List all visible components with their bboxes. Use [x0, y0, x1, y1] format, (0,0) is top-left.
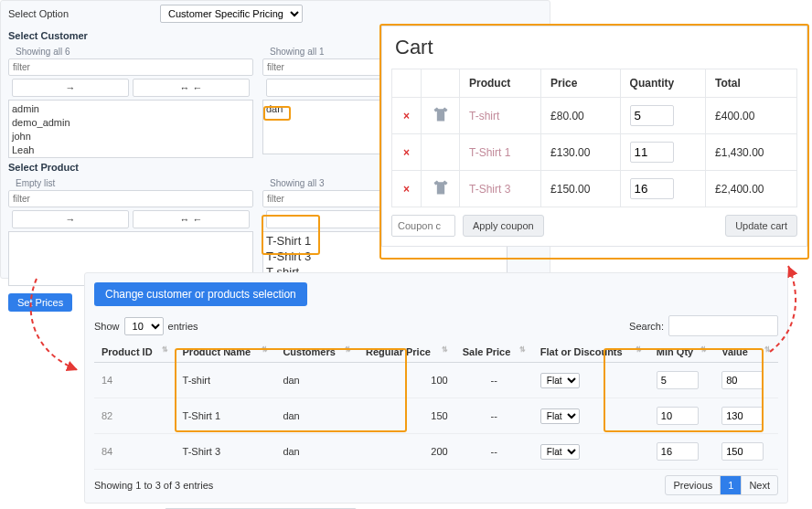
showing-all-6: Showing all 6: [8, 45, 253, 58]
col-id[interactable]: Product ID⇅: [94, 342, 176, 363]
sort-icon: ⇅: [262, 346, 268, 354]
name-cell: T-Shirt 3: [176, 434, 276, 470]
sort-icon: ⇅: [764, 346, 771, 354]
remove-icon[interactable]: ×: [392, 134, 422, 171]
cust-cell: dan: [275, 434, 358, 470]
table-row: 14T-shirtdan100--Flat: [94, 363, 778, 398]
col-cust[interactable]: Customers⇅: [275, 342, 358, 363]
list-item[interactable]: demo_admin: [12, 116, 250, 130]
list-item[interactable]: john: [12, 130, 250, 143]
set-prices-button[interactable]: Set Prices: [8, 293, 72, 312]
min-cell: [649, 363, 714, 398]
reg-cell: 150: [358, 398, 455, 434]
val-cell: [714, 398, 778, 434]
val-cell: [714, 434, 778, 470]
flat-cell: Flat: [533, 434, 649, 470]
reg-cell: 200: [358, 434, 455, 470]
list-item[interactable]: T-Shirt 3: [266, 249, 504, 265]
flat-select[interactable]: Flat: [540, 408, 580, 424]
page-1-button[interactable]: 1: [721, 476, 742, 494]
price-cell: £150.00: [541, 171, 620, 207]
cust-cell: dan: [275, 398, 358, 434]
option-select[interactable]: Customer Specific Pricing: [160, 5, 303, 23]
product-link[interactable]: T-shirt: [460, 98, 541, 134]
move-swap-icon[interactable]: ↔ ←: [133, 79, 250, 97]
list-item[interactable]: Minato: [12, 156, 250, 158]
change-selection-button[interactable]: Change customer or products selection: [94, 282, 307, 306]
flat-cell: Flat: [533, 398, 649, 434]
next-page-button[interactable]: Next: [742, 476, 777, 494]
customer-filter-left[interactable]: [8, 58, 253, 76]
apply-coupon-button[interactable]: Apply coupon: [463, 215, 544, 237]
col-price: Price: [541, 69, 620, 98]
val-input[interactable]: [721, 442, 764, 461]
cart-row: ×T-shirt£80.00£400.00: [392, 98, 797, 134]
flat-cell: Flat: [533, 363, 649, 398]
reg-cell: 100: [358, 363, 455, 398]
product-filter-left[interactable]: [8, 190, 253, 207]
min-input[interactable]: [657, 407, 699, 425]
col-sale[interactable]: Sale Price⇅: [455, 342, 533, 363]
search-input[interactable]: [668, 315, 778, 336]
sort-icon: ⇅: [345, 346, 351, 354]
search-label: Search:: [629, 321, 664, 332]
move-right-icon[interactable]: →: [12, 79, 129, 97]
product-image: [422, 134, 460, 171]
sort-icon: ⇅: [636, 346, 642, 354]
cart-row: ×T-Shirt 1£130.00£1,430.00: [392, 134, 797, 171]
move-swap-icon[interactable]: ↔ ←: [133, 210, 250, 228]
remove-icon[interactable]: ×: [392, 171, 422, 207]
entries-label: entries: [168, 321, 198, 332]
entries-select[interactable]: 10: [124, 317, 164, 335]
qty-input[interactable]: [630, 142, 674, 163]
total-cell: £1,430.00: [706, 134, 797, 171]
coupon-input[interactable]: [391, 215, 455, 237]
product-image: [422, 98, 460, 134]
update-cart-button[interactable]: Update cart: [725, 215, 797, 237]
qty-input[interactable]: [630, 178, 674, 199]
sale-cell: --: [455, 398, 533, 434]
remove-icon[interactable]: ×: [392, 98, 422, 134]
qty-input[interactable]: [630, 105, 674, 126]
empty-list: Empty list: [8, 176, 253, 190]
pricing-panel: Change customer or products selection Sh…: [84, 272, 788, 504]
sort-icon: ⇅: [700, 346, 707, 354]
price-cell: £80.00: [541, 98, 620, 134]
cart-table: Product Price Quantity Total ×T-shirt£80…: [391, 69, 797, 207]
sort-icon: ⇅: [442, 346, 448, 354]
col-val[interactable]: Value⇅: [714, 342, 778, 363]
min-input[interactable]: [657, 371, 699, 389]
id-cell: 82: [94, 398, 176, 434]
show-label: Show: [94, 321, 120, 332]
col-reg[interactable]: Regular Price⇅: [358, 342, 455, 363]
product-link[interactable]: T-Shirt 1: [460, 134, 541, 171]
showing-entries: Showing 1 to 3 of 3 entries: [94, 480, 213, 491]
col-flat[interactable]: Flat or Discounts⇅: [533, 342, 649, 363]
total-cell: £2,400.00: [706, 171, 797, 207]
product-image: [422, 171, 460, 207]
list-item[interactable]: admin: [12, 102, 250, 116]
qty-cell: [620, 171, 706, 207]
flat-select[interactable]: Flat: [540, 444, 580, 460]
list-item[interactable]: Leah: [12, 143, 250, 157]
cart-panel: Cart Product Price Quantity Total ×T-shi…: [381, 26, 807, 247]
sort-icon: ⇅: [519, 346, 526, 354]
cart-row: ×T-Shirt 3£150.00£2,400.00: [392, 171, 797, 207]
sale-cell: --: [455, 434, 533, 470]
flat-select[interactable]: Flat: [540, 373, 580, 388]
val-input[interactable]: [721, 407, 764, 425]
min-input[interactable]: [657, 442, 699, 461]
col-name[interactable]: Product Name⇅: [176, 342, 276, 363]
col-min[interactable]: Min Qty⇅: [649, 342, 714, 363]
col-product: Product: [460, 69, 541, 98]
pagination: Previous 1 Next: [665, 475, 778, 495]
col-qty: Quantity: [620, 69, 706, 98]
prev-page-button[interactable]: Previous: [666, 476, 721, 494]
pricing-table: Product ID⇅ Product Name⇅ Customers⇅ Reg…: [94, 342, 778, 470]
price-cell: £130.00: [541, 134, 620, 171]
move-right-icon[interactable]: →: [12, 210, 129, 228]
customers-left-list[interactable]: admin demo_admin john Leah Minato Taylor: [8, 100, 253, 158]
product-link[interactable]: T-Shirt 3: [460, 171, 541, 207]
val-cell: [714, 363, 778, 398]
val-input[interactable]: [721, 371, 764, 389]
